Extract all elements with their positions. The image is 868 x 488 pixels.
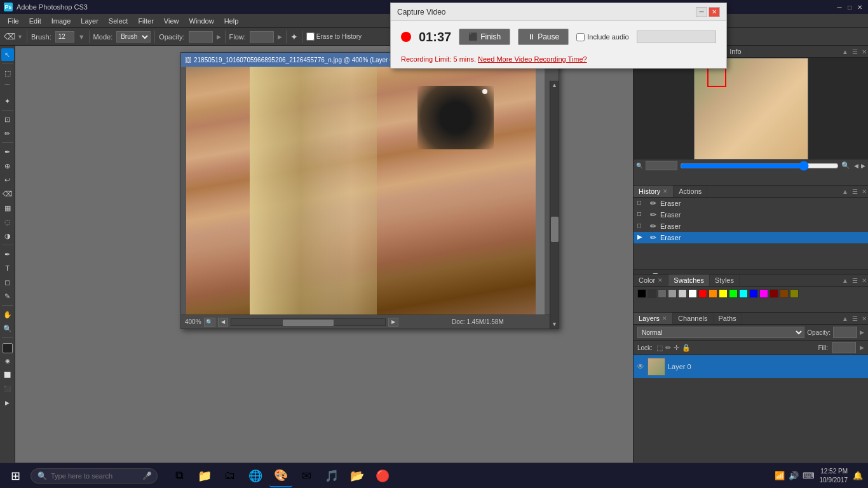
tool-pen[interactable]: ✒ — [1, 248, 14, 261]
search-input[interactable] — [51, 472, 139, 480]
quick-mask[interactable]: ◉ — [1, 355, 14, 367]
tool-eyedropper[interactable]: ✏ — [1, 127, 14, 140]
layer-opacity-input[interactable]: 100% — [833, 327, 857, 338]
swatch-blue[interactable] — [749, 289, 758, 298]
history-item-active[interactable]: ▶ ✏ Eraser — [634, 232, 868, 243]
tool-history-brush[interactable]: ↩ — [1, 173, 14, 186]
tab-layers[interactable]: Layers ✕ — [634, 313, 673, 324]
tab-actions[interactable]: Actions — [674, 186, 707, 197]
tab-layers-close[interactable]: ✕ — [662, 315, 667, 322]
capture-close-button[interactable]: ✕ — [709, 7, 720, 17]
mode-select[interactable]: Brush Pencil Block — [116, 31, 151, 43]
foreground-color[interactable] — [3, 343, 13, 353]
tab-history[interactable]: History ✕ — [634, 186, 674, 197]
swatch-yellow[interactable] — [719, 289, 728, 298]
history-item[interactable]: □ ✏ Eraser — [634, 209, 868, 220]
volume-icon[interactable]: 🔊 — [789, 471, 799, 480]
tab-channels[interactable]: Channels — [673, 313, 713, 324]
history-menu-btn[interactable]: ☰ — [851, 187, 859, 196]
swatch-olive[interactable] — [790, 289, 799, 298]
tool-dodge[interactable]: ◑ — [1, 229, 14, 242]
keyboard-icon[interactable]: ⌨ — [803, 471, 815, 480]
tool-eraser[interactable]: ⌫ — [1, 187, 14, 200]
include-audio-checkbox[interactable] — [576, 33, 585, 41]
lock-pixels-icon[interactable]: ✏ — [665, 344, 671, 352]
nav-panel-menu[interactable]: ◀ — [854, 163, 858, 169]
blend-mode-select[interactable]: Normal Multiply Screen Overlay — [637, 327, 804, 338]
tab-info[interactable]: Info — [724, 46, 747, 57]
color-close-btn[interactable]: ✕ — [860, 276, 868, 285]
tool-gradient[interactable]: ▦ — [1, 201, 14, 214]
tab-paths[interactable]: Paths — [714, 313, 742, 324]
scroll-thumb[interactable] — [551, 217, 559, 242]
tab-history-close[interactable]: ✕ — [663, 188, 668, 194]
zoom-input[interactable]: 400% — [646, 161, 677, 170]
screen-mode[interactable]: ⬜ — [1, 369, 14, 381]
tool-magic-wand[interactable]: ✦ — [1, 95, 14, 107]
capture-minimize-button[interactable]: ─ — [696, 7, 707, 17]
swatch-gray[interactable] — [658, 289, 667, 298]
swatch-green[interactable] — [729, 289, 738, 298]
fill-arrow-icon[interactable]: ▶ — [860, 344, 864, 351]
flow-arrow[interactable]: ▶ — [278, 34, 282, 40]
swatch-white[interactable] — [688, 289, 697, 298]
navigate-back-button[interactable]: ◀ — [218, 318, 228, 327]
swatch-brown[interactable] — [780, 289, 789, 298]
color-menu-btn[interactable]: ☰ — [851, 276, 859, 285]
swatch-magenta[interactable] — [759, 289, 768, 298]
panel-menu-btn[interactable]: ☰ — [851, 48, 859, 56]
image-ready[interactable]: ▶ — [1, 396, 14, 409]
minimize-button[interactable]: ─ — [835, 3, 844, 11]
network-icon[interactable]: 📶 — [775, 471, 785, 480]
tool-brush[interactable]: ✒ — [1, 146, 14, 158]
scroll-up-arrow[interactable]: ▲ — [550, 81, 559, 90]
close-button[interactable]: ✕ — [855, 3, 864, 11]
swatch-light-gray[interactable] — [668, 289, 677, 298]
menu-select[interactable]: Select — [104, 16, 133, 26]
tab-swatches[interactable]: Swatches — [668, 274, 710, 286]
erase-history-checkbox[interactable] — [306, 32, 315, 41]
menu-window[interactable]: Window — [184, 16, 219, 26]
menu-file[interactable]: File — [3, 16, 24, 26]
taskbar-apps-icon[interactable]: 🗂 — [219, 464, 241, 487]
h-scroll-thumb[interactable] — [283, 320, 334, 326]
history-item[interactable]: □ ✏ Eraser — [634, 220, 868, 232]
taskbar-clock[interactable]: 12:52 PM 10/9/2017 — [820, 467, 848, 485]
layer-item[interactable]: 👁 Layer 0 — [634, 355, 868, 378]
tool-text[interactable]: T — [1, 262, 14, 274]
document-canvas[interactable] — [186, 67, 545, 315]
tool-clone[interactable]: ⊕ — [1, 159, 14, 172]
opacity-arrow[interactable]: ▶ — [217, 34, 221, 40]
tab-color-close[interactable]: ✕ — [658, 277, 663, 283]
pause-button[interactable]: ⏸ Pause — [518, 29, 569, 45]
brush-size-input[interactable] — [55, 31, 74, 43]
tool-lasso[interactable]: ⌒ — [1, 81, 14, 93]
tool-notes[interactable]: ✎ — [1, 290, 14, 302]
zoom-options-button[interactable]: 🔍 — [204, 318, 215, 327]
layers-close-btn[interactable]: ✕ — [860, 315, 868, 323]
tool-move[interactable]: ↖ — [1, 48, 14, 61]
zoom-slider[interactable] — [680, 162, 839, 170]
scroll-down-arrow[interactable]: ▼ — [550, 320, 559, 329]
swatch-red[interactable] — [698, 289, 707, 298]
tool-preset-arrow[interactable]: ▼ — [17, 34, 23, 40]
taskbar-task-view[interactable]: ⧉ — [168, 464, 191, 487]
swatch-lighter[interactable] — [678, 289, 687, 298]
lock-all-icon[interactable]: 🔒 — [682, 344, 691, 352]
panel-collapse-btn[interactable]: ▲ — [841, 48, 850, 56]
maximize-button[interactable]: □ — [845, 3, 854, 11]
notification-icon[interactable]: 🔔 — [853, 471, 863, 480]
swatch-orange[interactable] — [709, 289, 717, 298]
swatch-dark[interactable] — [648, 289, 656, 298]
swatch-cyan[interactable] — [739, 289, 748, 298]
history-collapse-btn[interactable]: ▲ — [841, 187, 850, 196]
history-item[interactable]: □ ✏ Eraser — [634, 198, 868, 209]
menu-filter[interactable]: Filter — [133, 16, 158, 26]
menu-help[interactable]: Help — [219, 16, 244, 26]
canvas-vertical-scrollbar[interactable]: ▲ ▼ — [550, 81, 559, 329]
opacity-arrow-icon[interactable]: ▶ — [860, 329, 864, 336]
airbrush-icon[interactable]: ✦ — [290, 32, 298, 42]
zoom-in-icon[interactable]: 🔍 — [841, 161, 850, 170]
horizontal-scrollbar[interactable] — [231, 318, 386, 326]
menu-image[interactable]: Image — [46, 16, 76, 26]
